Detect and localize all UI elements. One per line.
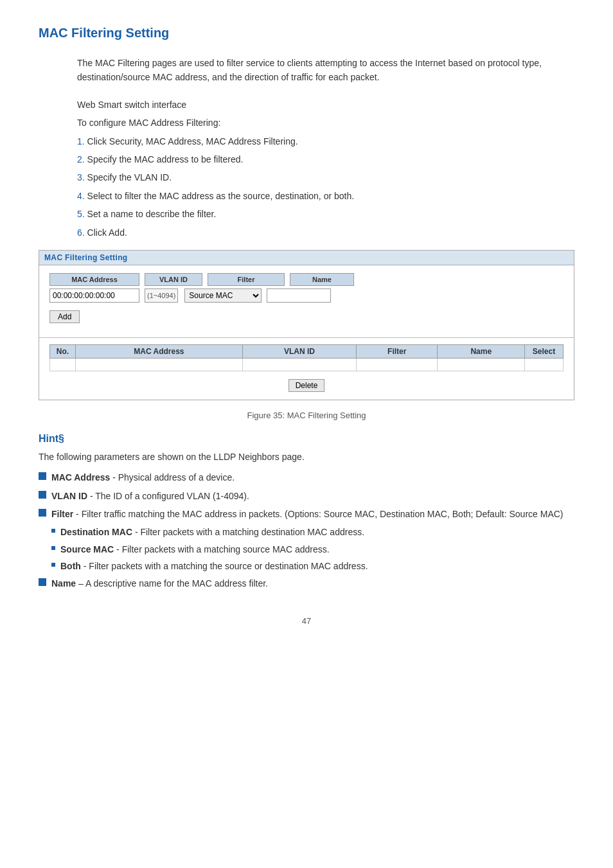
hint-desc-name: A descriptive name for the MAC address f… xyxy=(85,578,268,589)
mac-address-input[interactable] xyxy=(49,288,139,303)
add-button[interactable]: Add xyxy=(49,310,80,323)
step-3-number: 3. xyxy=(77,172,85,182)
hint-item-mac: MAC Address - Physical address of a devi… xyxy=(39,470,574,484)
hint-sep-vlan: - xyxy=(87,491,95,501)
step-5-text: Set a name to describe the filter. xyxy=(87,209,217,219)
step-2: 2. Specify the MAC address to be filtere… xyxy=(77,152,574,166)
step-1-number: 1. xyxy=(77,136,85,146)
intro-text: The MAC Filtering pages are used to filt… xyxy=(77,56,574,85)
sub-desc-source: Filter packets with a matching source MA… xyxy=(122,544,330,554)
step-3: 3. Specify the VLAN ID. xyxy=(77,170,574,184)
hint-bullet-name xyxy=(39,578,46,586)
table-body xyxy=(50,358,564,371)
table-empty-row xyxy=(50,358,564,371)
col-header-filter: Filter xyxy=(357,344,438,358)
hint-bullet-mac xyxy=(39,472,46,480)
mac-address-input-wrap xyxy=(49,288,139,303)
filter-select[interactable]: Source MAC Destination MAC Both xyxy=(184,288,262,303)
vlan-id-header: VLAN ID xyxy=(145,273,202,286)
page-title: MAC Filtering Setting xyxy=(39,26,574,40)
hint-desc-vlan: The ID of a configured VLAN (1-4094). xyxy=(95,491,249,501)
filter-select-wrap: Source MAC Destination MAC Both xyxy=(184,288,262,303)
hint-item-filter: Filter - Filter traffic matching the MAC… xyxy=(39,507,574,521)
sub-desc-both: Filter packets with a matching the sourc… xyxy=(89,561,368,571)
step-1-text: Click Security, MAC Address, MAC Address… xyxy=(87,136,298,146)
col-header-select: Select xyxy=(525,344,564,358)
step-2-text: Specify the MAC address to be filtered. xyxy=(87,154,244,164)
col-header-no: No. xyxy=(50,344,76,358)
col-header-mac: MAC Address xyxy=(76,344,243,358)
filter-header: Filter xyxy=(208,273,285,286)
sub-hint-dest-mac: Destination MAC - Filter packets with a … xyxy=(51,525,574,539)
step-2-number: 2. xyxy=(77,154,85,164)
sub-bullet-both xyxy=(51,563,55,567)
sub-text-source: Source MAC - Filter packets with a match… xyxy=(60,542,330,556)
hint-text-mac: MAC Address - Physical address of a devi… xyxy=(51,470,574,484)
hint-bullet-filter xyxy=(39,509,46,517)
sub-text-dest: Destination MAC - Filter packets with a … xyxy=(60,525,364,539)
hint-sep-name: – xyxy=(76,578,85,589)
hint-sep-filter: - xyxy=(73,509,81,519)
hint-label-mac: MAC Address xyxy=(51,472,110,483)
step-4-number: 4. xyxy=(77,191,85,201)
hint-text-filter: Filter - Filter traffic matching the MAC… xyxy=(51,507,574,521)
hint-intro: The following parameters are shown on th… xyxy=(39,450,574,464)
mac-address-header: MAC Address xyxy=(49,273,139,286)
sub-label-both: Both xyxy=(60,561,81,571)
step-4: 4. Select to filter the MAC address as t… xyxy=(77,189,574,203)
empty-cell-filter xyxy=(357,358,438,371)
col-header-vlan: VLAN ID xyxy=(242,344,356,358)
step-6-text: Click Add. xyxy=(87,227,127,238)
col-header-name: Name xyxy=(438,344,525,358)
page-number: 47 xyxy=(39,616,574,626)
configure-label: To configure MAC Address Filtering: xyxy=(77,116,574,130)
sub-bullet-dest xyxy=(51,529,55,533)
hint-text-name: Name – A descriptive name for the MAC ad… xyxy=(51,576,574,590)
widget-form-area: MAC Address VLAN ID Filter Name (1~4094)… xyxy=(39,265,574,331)
sub-text-both: Both - Filter packets with a matching th… xyxy=(60,559,368,573)
form-inputs-row: (1~4094) Source MAC Destination MAC Both xyxy=(49,288,564,303)
delete-button[interactable]: Delete xyxy=(289,379,325,392)
hint-item-vlan: VLAN ID - The ID of a configured VLAN (1… xyxy=(39,489,574,503)
hint-bullet-vlan xyxy=(39,491,46,499)
hint-desc-mac: Physical address of a device. xyxy=(118,472,235,483)
sub-bullet-source xyxy=(51,546,55,550)
widget-title: MAC Filtering Setting xyxy=(39,251,574,265)
sub-sep-dest: - xyxy=(132,527,140,537)
step-5: 5. Set a name to describe the filter. xyxy=(77,207,574,221)
add-button-row: Add xyxy=(49,308,564,323)
hint-sep-mac: - xyxy=(110,472,118,483)
context-label: Web Smart switch interface xyxy=(77,98,574,112)
delete-button-row: Delete xyxy=(49,375,564,392)
empty-cell-vlan xyxy=(242,358,356,371)
sub-hint-source-mac: Source MAC - Filter packets with a match… xyxy=(51,542,574,556)
sub-desc-dest: Filter packets with a matching destinati… xyxy=(140,527,364,537)
name-input-wrap xyxy=(267,288,331,303)
step-5-number: 5. xyxy=(77,209,85,219)
sub-label-source: Source MAC xyxy=(60,544,114,554)
empty-cell-mac xyxy=(76,358,243,371)
step-6: 6. Click Add. xyxy=(77,226,574,240)
step-6-number: 6. xyxy=(77,227,85,238)
mac-filtering-widget: MAC Filtering Setting MAC Address VLAN I… xyxy=(39,250,574,400)
name-input[interactable] xyxy=(267,288,331,303)
hint-desc-filter: Filter traffic matching the MAC address … xyxy=(82,509,564,519)
sub-sep-both: - xyxy=(81,561,89,571)
empty-cell-select xyxy=(525,358,564,371)
empty-cell-no xyxy=(50,358,76,371)
step-3-text: Specify the VLAN ID. xyxy=(87,172,172,182)
hint-title: Hint§ xyxy=(39,433,574,445)
step-1: 1. Click Security, MAC Address, MAC Addr… xyxy=(77,134,574,148)
hint-item-name: Name – A descriptive name for the MAC ad… xyxy=(39,576,574,590)
hint-text-vlan: VLAN ID - The ID of a configured VLAN (1… xyxy=(51,489,574,503)
table-section: No. MAC Address VLAN ID Filter Name Sele… xyxy=(39,344,574,400)
hint-label-filter: Filter xyxy=(51,509,73,519)
hint-section: Hint§ The following parameters are shown… xyxy=(39,433,574,590)
empty-cell-name xyxy=(438,358,525,371)
name-header: Name xyxy=(290,273,354,286)
form-headers-row: MAC Address VLAN ID Filter Name xyxy=(49,273,564,286)
vlan-range-label: (1~4094) xyxy=(145,288,178,303)
figure-caption: Figure 35: MAC Filtering Setting xyxy=(39,411,574,420)
sub-sep-source: - xyxy=(114,544,121,554)
vlan-id-input-wrap: (1~4094) xyxy=(145,288,179,303)
